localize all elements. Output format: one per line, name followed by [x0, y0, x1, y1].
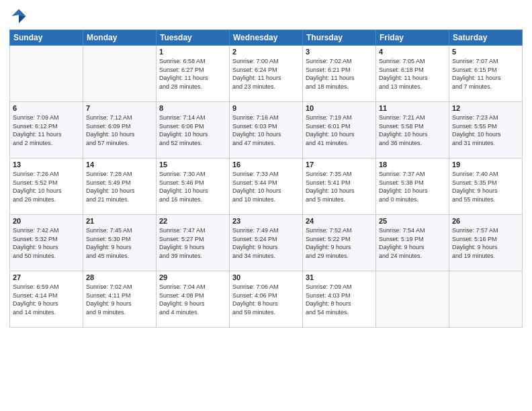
calendar-cell: 16Sunrise: 7:33 AM Sunset: 5:44 PM Dayli…: [230, 158, 303, 215]
cell-text: Sunrise: 7:19 AM Sunset: 6:01 PM Dayligh…: [306, 113, 373, 147]
calendar-cell: 31Sunrise: 7:09 AM Sunset: 4:03 PM Dayli…: [303, 271, 376, 328]
day-number: 9: [232, 104, 300, 112]
calendar-cell: 28Sunrise: 7:02 AM Sunset: 4:11 PM Dayli…: [83, 271, 157, 328]
calendar-cell: 3Sunrise: 7:02 AM Sunset: 6:21 PM Daylig…: [303, 46, 376, 102]
day-number: 10: [306, 104, 373, 112]
cell-text: Sunrise: 7:35 AM Sunset: 5:41 PM Dayligh…: [306, 170, 373, 203]
calendar-cell: 9Sunrise: 7:16 AM Sunset: 6:03 PM Daylig…: [230, 102, 303, 158]
calendar-cell: 29Sunrise: 7:04 AM Sunset: 4:08 PM Dayli…: [157, 271, 230, 328]
day-number: 21: [86, 217, 153, 225]
day-number: 7: [86, 104, 153, 112]
calendar-cell: 8Sunrise: 7:14 AM Sunset: 6:06 PM Daylig…: [157, 102, 230, 158]
calendar-cell: 10Sunrise: 7:19 AM Sunset: 6:01 PM Dayli…: [303, 102, 376, 158]
calendar-cell: 17Sunrise: 7:35 AM Sunset: 5:41 PM Dayli…: [303, 158, 376, 215]
day-number: 1: [159, 48, 226, 56]
calendar-cell: 2Sunrise: 7:00 AM Sunset: 6:24 PM Daylig…: [230, 46, 303, 102]
cell-text: Sunrise: 7:16 AM Sunset: 6:03 PM Dayligh…: [232, 113, 300, 147]
cell-text: Sunrise: 7:06 AM Sunset: 4:06 PM Dayligh…: [232, 283, 300, 316]
weekday-header-thursday: Thursday: [303, 30, 376, 46]
cell-text: Sunrise: 7:26 AM Sunset: 5:52 PM Dayligh…: [13, 170, 80, 203]
day-number: 15: [159, 161, 226, 169]
calendar-cell: 13Sunrise: 7:26 AM Sunset: 5:52 PM Dayli…: [10, 158, 83, 215]
calendar-cell: 27Sunrise: 6:59 AM Sunset: 4:14 PM Dayli…: [10, 271, 83, 328]
cell-text: Sunrise: 7:21 AM Sunset: 5:58 PM Dayligh…: [379, 113, 446, 147]
day-number: 25: [379, 217, 446, 225]
calendar-cell: [10, 46, 83, 102]
cell-text: Sunrise: 7:45 AM Sunset: 5:30 PM Dayligh…: [86, 226, 153, 260]
cell-text: Sunrise: 7:49 AM Sunset: 5:24 PM Dayligh…: [232, 226, 300, 260]
calendar-cell: 18Sunrise: 7:37 AM Sunset: 5:38 PM Dayli…: [376, 158, 449, 215]
calendar-cell: [449, 271, 523, 328]
day-number: 19: [452, 161, 519, 169]
day-number: 3: [306, 48, 373, 56]
day-number: 24: [306, 217, 373, 225]
cell-text: Sunrise: 7:02 AM Sunset: 6:21 PM Dayligh…: [306, 57, 373, 91]
cell-text: Sunrise: 7:30 AM Sunset: 5:46 PM Dayligh…: [159, 170, 226, 203]
cell-text: Sunrise: 7:37 AM Sunset: 5:38 PM Dayligh…: [379, 170, 446, 203]
weekday-header-monday: Monday: [83, 30, 157, 46]
calendar-cell: 11Sunrise: 7:21 AM Sunset: 5:58 PM Dayli…: [376, 102, 449, 158]
cell-text: Sunrise: 7:00 AM Sunset: 6:24 PM Dayligh…: [232, 57, 300, 91]
calendar-table: SundayMondayTuesdayWednesdayThursdayFrid…: [9, 30, 523, 328]
calendar-cell: 4Sunrise: 7:05 AM Sunset: 6:18 PM Daylig…: [376, 46, 449, 102]
day-number: 26: [452, 217, 519, 225]
cell-text: Sunrise: 7:54 AM Sunset: 5:19 PM Dayligh…: [379, 226, 446, 260]
day-number: 5: [452, 48, 519, 56]
cell-text: Sunrise: 7:04 AM Sunset: 4:08 PM Dayligh…: [159, 283, 226, 316]
day-number: 4: [379, 48, 446, 56]
calendar-cell: 12Sunrise: 7:23 AM Sunset: 5:55 PM Dayli…: [449, 102, 523, 158]
calendar-cell: 24Sunrise: 7:52 AM Sunset: 5:22 PM Dayli…: [303, 215, 376, 271]
day-number: 6: [13, 104, 80, 112]
day-number: 20: [13, 217, 80, 225]
cell-text: Sunrise: 7:40 AM Sunset: 5:35 PM Dayligh…: [452, 170, 519, 203]
calendar-cell: 1Sunrise: 6:58 AM Sunset: 6:27 PM Daylig…: [157, 46, 230, 102]
day-number: 13: [13, 161, 80, 169]
calendar-cell: 21Sunrise: 7:45 AM Sunset: 5:30 PM Dayli…: [83, 215, 157, 271]
day-number: 16: [232, 161, 300, 169]
calendar-cell: 14Sunrise: 7:28 AM Sunset: 5:49 PM Dayli…: [83, 158, 157, 215]
calendar-cell: 6Sunrise: 7:09 AM Sunset: 6:12 PM Daylig…: [10, 102, 83, 158]
calendar-cell: 20Sunrise: 7:42 AM Sunset: 5:32 PM Dayli…: [10, 215, 83, 271]
cell-text: Sunrise: 7:57 AM Sunset: 5:16 PM Dayligh…: [452, 226, 519, 260]
logo-icon: [9, 7, 28, 26]
weekday-header-saturday: Saturday: [449, 30, 523, 46]
day-number: 27: [13, 273, 80, 281]
cell-text: Sunrise: 6:58 AM Sunset: 6:27 PM Dayligh…: [159, 57, 226, 91]
cell-text: Sunrise: 6:59 AM Sunset: 4:14 PM Dayligh…: [13, 283, 80, 316]
day-number: 8: [159, 104, 226, 112]
calendar-cell: 26Sunrise: 7:57 AM Sunset: 5:16 PM Dayli…: [449, 215, 523, 271]
calendar-cell: 23Sunrise: 7:49 AM Sunset: 5:24 PM Dayli…: [230, 215, 303, 271]
calendar-cell: 5Sunrise: 7:07 AM Sunset: 6:15 PM Daylig…: [449, 46, 523, 102]
weekday-header-tuesday: Tuesday: [157, 30, 230, 46]
cell-text: Sunrise: 7:28 AM Sunset: 5:49 PM Dayligh…: [86, 170, 153, 203]
cell-text: Sunrise: 7:09 AM Sunset: 6:12 PM Dayligh…: [13, 113, 80, 147]
calendar-cell: 15Sunrise: 7:30 AM Sunset: 5:46 PM Dayli…: [157, 158, 230, 215]
cell-text: Sunrise: 7:07 AM Sunset: 6:15 PM Dayligh…: [452, 57, 519, 91]
cell-text: Sunrise: 7:47 AM Sunset: 5:27 PM Dayligh…: [159, 226, 226, 260]
day-number: 28: [86, 273, 153, 281]
day-number: 18: [379, 161, 446, 169]
calendar-cell: [83, 46, 157, 102]
calendar-cell: 7Sunrise: 7:12 AM Sunset: 6:09 PM Daylig…: [83, 102, 157, 158]
cell-text: Sunrise: 7:02 AM Sunset: 4:11 PM Dayligh…: [86, 283, 153, 316]
day-number: 23: [232, 217, 300, 225]
day-number: 17: [306, 161, 373, 169]
cell-text: Sunrise: 7:42 AM Sunset: 5:32 PM Dayligh…: [13, 226, 80, 260]
day-number: 29: [159, 273, 226, 281]
cell-text: Sunrise: 7:05 AM Sunset: 6:18 PM Dayligh…: [379, 57, 446, 91]
page: SundayMondayTuesdayWednesdayThursdayFrid…: [0, 0, 532, 411]
day-number: 22: [159, 217, 226, 225]
calendar-cell: 25Sunrise: 7:54 AM Sunset: 5:19 PM Dayli…: [376, 215, 449, 271]
cell-text: Sunrise: 7:33 AM Sunset: 5:44 PM Dayligh…: [232, 170, 300, 203]
logo: [9, 7, 31, 26]
calendar-cell: 30Sunrise: 7:06 AM Sunset: 4:06 PM Dayli…: [230, 271, 303, 328]
day-number: 12: [452, 104, 519, 112]
cell-text: Sunrise: 7:14 AM Sunset: 6:06 PM Dayligh…: [159, 113, 226, 147]
day-number: 30: [232, 273, 300, 281]
cell-text: Sunrise: 7:52 AM Sunset: 5:22 PM Dayligh…: [306, 226, 373, 260]
cell-text: Sunrise: 7:23 AM Sunset: 5:55 PM Dayligh…: [452, 113, 519, 147]
calendar-cell: 19Sunrise: 7:40 AM Sunset: 5:35 PM Dayli…: [449, 158, 523, 215]
calendar-cell: 22Sunrise: 7:47 AM Sunset: 5:27 PM Dayli…: [157, 215, 230, 271]
weekday-header-friday: Friday: [376, 30, 449, 46]
day-number: 11: [379, 104, 446, 112]
